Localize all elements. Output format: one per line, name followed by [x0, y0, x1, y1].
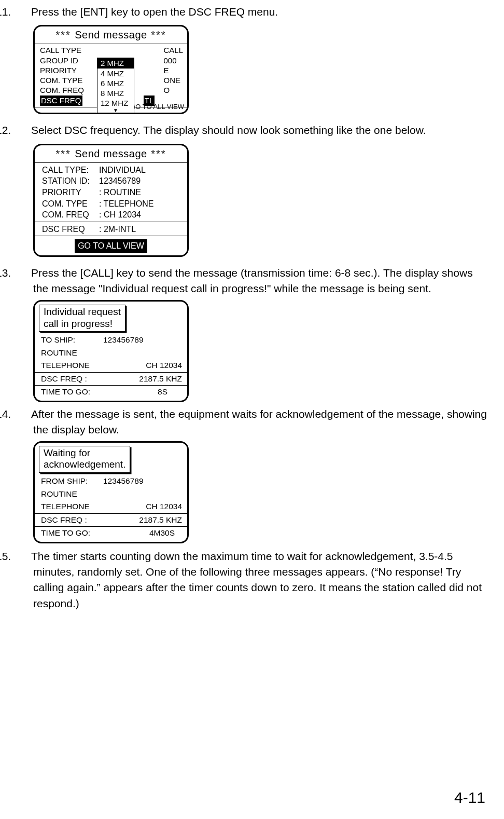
step-11-num: 11.	[15, 4, 31, 20]
p4-ttg-k: TIME TO GO:	[41, 527, 103, 539]
p1-label-groupid: GROUP ID	[40, 56, 88, 65]
step-11: 11.Press the [ENT] key to open the DSC F…	[15, 4, 489, 20]
p2-dsc-v: : 2M-INTL	[99, 225, 136, 234]
panel-3-wrap: Individual request call in progress! TO …	[33, 300, 489, 402]
p4-dsc-v: 2187.5 KHZ	[139, 514, 182, 526]
panel-send-message-filled: *** Send message *** CALL TYPE:INDIVIDUA…	[33, 144, 189, 257]
p1-right-frag-4: O	[163, 85, 183, 95]
panel3-message-box: Individual request call in progress!	[39, 305, 125, 332]
p3-msg-l2: call in progress!	[44, 318, 121, 330]
panel-2-wrap: *** Send message *** CALL TYPE:INDIVIDUA…	[33, 144, 489, 257]
p3-k2: TELEPHONE	[41, 360, 103, 371]
p1-right-frag-2: E	[163, 65, 183, 75]
p2-k1: STATION ID:	[42, 175, 99, 187]
p3-v0: 123456789	[103, 335, 144, 344]
p1-dsc-label: DSC FREQ	[41, 96, 81, 105]
p4-msg-l1: Waiting for	[44, 447, 125, 459]
p2-v2: : ROUTINE	[99, 188, 141, 197]
step-15-num: 15.	[15, 549, 31, 564]
step-13: 13.Press the [CALL] key to send the mess…	[15, 265, 489, 297]
p1-label-comtype: COM. TYPE	[40, 75, 88, 85]
panel2-rows: CALL TYPE:INDIVIDUAL STATION ID:12345678…	[35, 163, 187, 222]
step-13-num: 13.	[15, 265, 31, 281]
panel2-title-prefix: ***	[55, 148, 75, 159]
step-11-text: Press the [ENT] key to open the DSC FREQ…	[31, 6, 278, 18]
panel2-title-text: Send message	[75, 148, 147, 159]
step-15: 15.The timer starts counting down the ma…	[15, 549, 489, 612]
panel-call-in-progress: Individual request call in progress! TO …	[33, 300, 189, 402]
panel-1-wrap: *** Send message *** CALL TYPE GROUP ID …	[33, 25, 489, 114]
p2-v0: INDIVIDUAL	[99, 166, 146, 174]
p4-ttg-v: 4M30S	[149, 527, 182, 539]
p1-right-frag-1: 000	[163, 56, 183, 65]
panel-4-wrap: Waiting for acknowledgement. FROM SHIP:1…	[33, 441, 489, 543]
p3-k0: TO SHIP:	[41, 334, 103, 346]
p2-k2: PRIORITY	[42, 187, 99, 198]
p1-label-priority: PRIORITY	[40, 65, 88, 75]
dropdown-opt-12mhz[interactable]: 12 MHZ	[97, 98, 134, 108]
panel2-dsc-row: DSC FREQ: 2M-INTL	[35, 222, 187, 236]
p4-dsc-k: DSC FREQ :	[41, 514, 103, 526]
step-14-text: After the message is sent, the equipment…	[31, 408, 487, 435]
dropdown-opt-4mhz[interactable]: 4 MHZ	[97, 69, 134, 78]
panel-waiting-ack: Waiting for acknowledgement. FROM SHIP:1…	[33, 441, 189, 543]
p2-k3: COM. TYPE	[42, 198, 99, 210]
p3-dsc-v: 2187.5 KHZ	[139, 373, 182, 385]
step-13-text: Press the [CALL] key to send the message…	[31, 267, 473, 294]
p3-v2: CH 12034	[146, 360, 182, 371]
p1-dsc-freq-selected[interactable]: DSC FREQ	[40, 95, 82, 105]
p3-k1: ROUTINE	[41, 347, 103, 359]
step-12: 12.Select DSC frequency. The display sho…	[15, 122, 489, 138]
panel1-footer[interactable]: GO TO ALL VIEW	[130, 102, 184, 112]
panel1-title-text: Send message	[75, 29, 147, 40]
dsc-freq-dropdown[interactable]: 2 MHZ 4 MHZ 6 MHZ 8 MHZ 12 MHZ ▼	[97, 58, 134, 114]
p4-k1: ROUTINE	[41, 488, 103, 500]
panel2-title-suffix: ***	[147, 148, 166, 159]
p4-v0: 123456789	[103, 476, 144, 485]
p4-msg-l2: acknowledgement.	[44, 459, 125, 471]
p3-ttg-v: 8S	[158, 386, 182, 398]
panel1-title-suffix: ***	[147, 29, 166, 40]
step-12-text: Select DSC frequency. The display should…	[31, 124, 426, 136]
dropdown-opt-8mhz[interactable]: 8 MHZ	[97, 88, 134, 98]
dropdown-opt-6mhz[interactable]: 6 MHZ	[97, 78, 134, 88]
dropdown-arrow-icon: ▼	[97, 108, 134, 113]
panel1-right-fragments: CALL 000 E ONE O	[163, 45, 183, 95]
p1-right-frag-3: ONE	[163, 75, 183, 85]
p2-k4: COM. FREQ	[42, 209, 99, 221]
panel1-title: *** Send message ***	[35, 26, 187, 44]
p2-k0: CALL TYPE:	[42, 165, 99, 176]
p3-msg-l1: Individual request	[44, 306, 121, 318]
step-14-num: 14.	[15, 406, 31, 422]
p4-v2: CH 12034	[146, 501, 182, 512]
p2-v3: : TELEPHONE	[99, 199, 154, 208]
panel-send-message-menu: *** Send message *** CALL TYPE GROUP ID …	[33, 25, 189, 114]
panel1-body: CALL TYPE GROUP ID PRIORITY COM. TYPE CO…	[35, 44, 187, 105]
p1-right-frag-0: CALL	[163, 45, 183, 55]
p3-dsc-k: DSC FREQ :	[41, 373, 103, 385]
p2-dsc-k: DSC FREQ	[42, 224, 99, 235]
p1-label-calltype: CALL TYPE	[40, 45, 88, 55]
page-number: 4-11	[454, 786, 485, 809]
panel2-title: *** Send message ***	[35, 145, 187, 163]
p2-v1: 123456789	[99, 176, 141, 185]
step-14: 14.After the message is sent, the equipm…	[15, 406, 489, 438]
p4-k2: TELEPHONE	[41, 501, 103, 512]
panel4-message-box: Waiting for acknowledgement.	[39, 446, 130, 473]
panel2-footer: GO TO ALL VIEW	[35, 236, 187, 255]
step-12-num: 12.	[15, 122, 31, 138]
p4-k0: FROM SHIP:	[41, 475, 103, 487]
p2-v4: : CH 12034	[99, 210, 141, 219]
go-to-all-view-button[interactable]: GO TO ALL VIEW	[75, 239, 147, 252]
step-15-text: The timer starts counting down the maxim…	[31, 550, 482, 609]
dropdown-opt-2mhz[interactable]: 2 MHZ	[97, 58, 134, 68]
p3-ttg-k: TIME TO GO:	[41, 386, 103, 398]
p1-label-comfreq: COM. FREQ	[40, 85, 88, 95]
panel1-title-prefix: ***	[55, 29, 75, 40]
